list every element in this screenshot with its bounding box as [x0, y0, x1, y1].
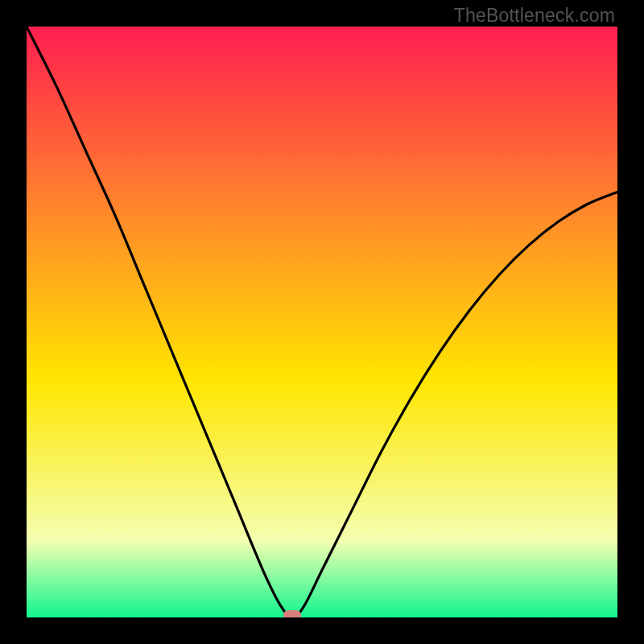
- watermark-text: TheBottleneck.com: [454, 5, 615, 27]
- chart-frame: TheBottleneck.com: [0, 0, 644, 644]
- plot-area: [27, 27, 617, 617]
- minimum-marker: [283, 610, 301, 617]
- bottleneck-curve: [27, 27, 617, 617]
- curve-path: [27, 27, 617, 617]
